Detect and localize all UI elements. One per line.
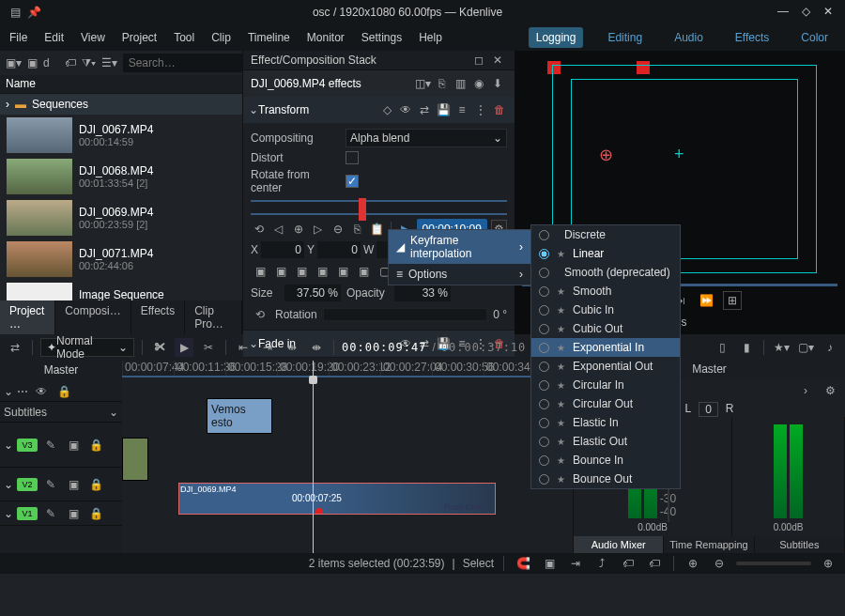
interp-cubic-in[interactable]: ★Cubic In bbox=[531, 300, 680, 319]
rotate-center-checkbox[interactable]: ✓ bbox=[346, 175, 359, 188]
download-icon[interactable]: ⬇ bbox=[488, 74, 507, 93]
db-value[interactable]: 0.00dB bbox=[638, 522, 668, 532]
tl-preview-icon[interactable]: ▢▾ bbox=[796, 338, 815, 357]
tab-compositions[interactable]: Composi… bbox=[55, 300, 131, 334]
zoom-out-icon[interactable]: ⊖ bbox=[710, 554, 729, 573]
menu-file[interactable]: File bbox=[9, 31, 27, 44]
close-panel-icon[interactable]: ✕ bbox=[488, 51, 507, 69]
timeline-canvas[interactable]: 00:00:07:44 00:00:11:36 00:00:15:28 00:0… bbox=[122, 361, 573, 553]
subtitle-clip[interactable]: Vemos esto bbox=[207, 398, 272, 434]
tags2-icon[interactable]: 🏷 bbox=[645, 554, 664, 573]
keyframes-icon[interactable]: ◇ bbox=[377, 100, 396, 119]
interp-discrete[interactable]: Discrete bbox=[531, 225, 680, 244]
lock-icon[interactable]: 🔒 bbox=[86, 436, 105, 454]
tool-spacer2-icon[interactable]: ⇥ bbox=[258, 338, 277, 357]
bin-item[interactable]: DJI_0067.MP400:00:14:59 bbox=[0, 115, 242, 156]
interp-bounce-out[interactable]: ★Bounce Out bbox=[531, 470, 680, 488]
tag-icon[interactable]: 🏷 bbox=[65, 54, 76, 72]
layout-color[interactable]: Color bbox=[793, 27, 836, 48]
bin-item[interactable]: DJI_0071.MP400:02:44:06 bbox=[0, 239, 242, 280]
distort-checkbox[interactable] bbox=[346, 151, 359, 164]
tool-spacer-icon[interactable]: ⇤ bbox=[234, 338, 253, 357]
tool-1-icon[interactable]: ✀ bbox=[150, 338, 169, 357]
clip-v2[interactable]: DJI_0069.MP4 00:00:07:25 Push Dow… bbox=[178, 483, 496, 515]
goto-prev-kf-icon[interactable]: ⟲ bbox=[251, 220, 267, 239]
interp-elastic-out[interactable]: ★Elastic Out bbox=[531, 432, 680, 451]
zoom-in-icon[interactable]: ⊕ bbox=[819, 554, 837, 573]
preset-icon[interactable]: ⇄ bbox=[415, 100, 434, 119]
mixer-settings-icon[interactable]: ⚙ bbox=[821, 381, 839, 400]
tl-marker-icon[interactable]: ▯ bbox=[713, 338, 731, 357]
view-mode-icon[interactable]: ▥ bbox=[451, 74, 469, 93]
menu-project[interactable]: Project bbox=[122, 31, 157, 44]
bin-item[interactable]: DJI_0069.MP400:00:23:59 [2] bbox=[0, 197, 242, 239]
tl-audio-icon[interactable]: ♪ bbox=[821, 338, 839, 357]
align-6-icon[interactable]: ▣ bbox=[354, 262, 373, 281]
interp-exp-out[interactable]: ★Exponential Out bbox=[531, 357, 680, 376]
master-track-label[interactable]: Master bbox=[0, 361, 122, 381]
visible-icon[interactable]: 👁 bbox=[32, 382, 51, 401]
balance-value[interactable]: 0 bbox=[699, 402, 718, 417]
interp-elastic-in[interactable]: ★Elastic In bbox=[531, 413, 680, 432]
interp-cubic-out[interactable]: ★Cubic Out bbox=[531, 319, 680, 338]
app-menu-icon[interactable]: ▤ bbox=[6, 3, 24, 22]
keyframe-slider[interactable] bbox=[251, 200, 507, 215]
menu-monitor[interactable]: Monitor bbox=[307, 31, 345, 44]
mon-zone-icon[interactable]: ⏩ bbox=[697, 291, 715, 310]
prev-kf-icon[interactable]: ◁ bbox=[270, 220, 286, 239]
tab-audio-mixer[interactable]: Audio Mixer bbox=[574, 536, 664, 553]
mon-edit-mode-icon[interactable]: ⊞ bbox=[723, 291, 742, 310]
track-v3[interactable]: ⌄ V3 ✎ ▣ 🔒 bbox=[0, 423, 122, 468]
enable-stack-icon[interactable]: ◉ bbox=[469, 74, 488, 93]
folder-add-icon[interactable]: ▣ bbox=[27, 54, 38, 72]
tab-effects[interactable]: Effects bbox=[131, 300, 185, 334]
align-5-icon[interactable]: ▣ bbox=[333, 262, 352, 281]
menu-options[interactable]: ≡ Options › bbox=[389, 264, 530, 285]
mute-icon[interactable]: ▣ bbox=[64, 504, 83, 523]
track-compositing-icon[interactable]: ⇄ bbox=[6, 338, 24, 357]
bin-item[interactable]: DJI_0068.MP400:01:33:54 [2] bbox=[0, 156, 242, 197]
timeline-playhead[interactable] bbox=[313, 361, 314, 553]
size-input[interactable] bbox=[284, 285, 341, 301]
menu-icon[interactable]: ⋮ bbox=[471, 100, 490, 119]
delete-effect-icon[interactable]: 🗑 bbox=[490, 100, 509, 119]
layout-editing[interactable]: Editing bbox=[600, 27, 650, 48]
collapse-icon[interactable]: ⌄ bbox=[249, 103, 258, 116]
visible-icon[interactable]: 👁 bbox=[396, 100, 415, 119]
menu-view[interactable]: View bbox=[81, 31, 105, 44]
align-3-icon[interactable]: ▣ bbox=[292, 262, 311, 281]
tab-project-bin[interactable]: Project … bbox=[0, 300, 55, 334]
interp-linear[interactable]: ★Linear bbox=[531, 244, 680, 263]
tool-ripple-icon[interactable]: ⇹ bbox=[283, 338, 301, 357]
tags-icon[interactable]: 🏷 bbox=[619, 554, 638, 573]
collapse-icon[interactable]: ⌄ bbox=[4, 439, 13, 452]
paste-kf-icon[interactable]: 📋 bbox=[369, 220, 385, 239]
keyframe-marker[interactable] bbox=[315, 508, 323, 515]
snap-icon[interactable]: 🧲 bbox=[514, 554, 532, 573]
tool-ripple2-icon[interactable]: ⇼ bbox=[307, 338, 326, 357]
zoom-slider[interactable] bbox=[736, 562, 811, 565]
interp-bounce-in[interactable]: ★Bounce In bbox=[531, 451, 680, 470]
menu-settings[interactable]: Settings bbox=[361, 31, 402, 44]
bin-folder-sequences[interactable]: › ▬ Sequences bbox=[0, 94, 242, 115]
tab-time-remap[interactable]: Time Remapping bbox=[664, 536, 754, 553]
collapse-icon[interactable]: ⌄ bbox=[4, 507, 13, 520]
layout-effects[interactable]: Effects bbox=[728, 27, 776, 48]
close-icon[interactable]: ✕ bbox=[821, 5, 836, 20]
playhead-marker[interactable] bbox=[359, 198, 366, 221]
save-stack-icon[interactable]: ⎘ bbox=[432, 74, 451, 93]
collapse-icon[interactable]: ⌄ bbox=[4, 385, 13, 398]
tl-favorite-icon[interactable]: ★▾ bbox=[772, 338, 791, 357]
collapse-icon[interactable]: ⌄ bbox=[4, 478, 13, 491]
menu-keyframe-interpolation[interactable]: ◢ Keyframe interpolation › bbox=[389, 230, 530, 264]
tab-subtitles[interactable]: Subtitles bbox=[755, 536, 845, 553]
align-2-icon[interactable]: ▣ bbox=[271, 262, 290, 281]
delete-clip-icon[interactable]: d bbox=[43, 54, 50, 72]
next-kf-icon[interactable]: ▷ bbox=[310, 220, 326, 239]
rotation-slider[interactable] bbox=[323, 308, 487, 321]
y-input[interactable] bbox=[317, 241, 361, 258]
menu-tool[interactable]: Tool bbox=[174, 31, 194, 44]
mute-icon[interactable]: ▣ bbox=[64, 436, 83, 454]
bin-item[interactable]: Image Sequence00:00:22 [1] bbox=[0, 280, 242, 300]
menu-clip[interactable]: Clip bbox=[211, 31, 231, 44]
